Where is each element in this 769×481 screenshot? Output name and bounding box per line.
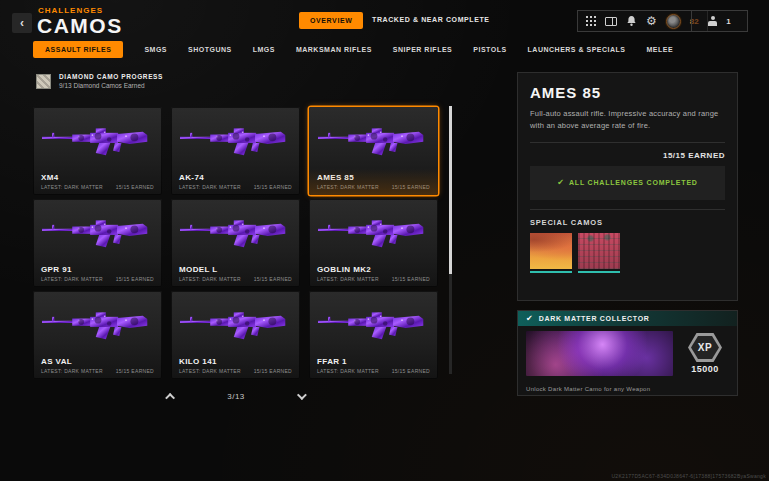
weapon-latest-camo: LATEST: DARK MATTER [179,184,241,190]
collector-title: DARK MATTER COLLECTOR [539,315,650,322]
weapon-name: GPR 91 [41,265,72,274]
weapon-earned-count: 15/15 EARNED [254,184,292,190]
divider [530,142,725,143]
weapon-earned-count: 15/15 EARNED [392,276,430,282]
special-camo-crimson[interactable] [578,233,620,274]
dark-matter-rifle-image [42,298,154,348]
camo-unlocked-bar [578,271,620,274]
grid-scrollbar[interactable] [449,106,452,374]
tab-overview[interactable]: OVERVIEW [299,12,363,29]
weapon-name: AS VAL [41,357,72,366]
weapon-card-gpr91[interactable]: GPR 91 LATEST: DARK MATTER 15/15 EARNED [33,199,162,287]
watermark-id: U2K2177D5AC67-834D0J8647-6[17388]1757368… [611,473,766,479]
special-camo-desert[interactable] [530,233,572,274]
detail-weapon-description: Full-auto assault rifle. Impressive accu… [530,108,725,133]
page-down-chevron-icon[interactable] [297,390,307,400]
tab-shotguns[interactable]: SHOTGUNS [188,46,232,53]
detail-earned-count: 15/15 EARNED [530,151,725,160]
back-icon: ‹ [20,16,24,30]
divider [530,209,725,210]
weapon-name: MODEL L [179,265,218,274]
weapon-earned-count: 15/15 EARNED [116,184,154,190]
tab-tracked-near-complete[interactable]: TRACKED & NEAR COMPLETE [372,16,490,23]
dark-matter-rifle-image [180,114,292,164]
detail-weapon-title: AMES 85 [530,84,725,101]
diamond-camo-progress: DIAMOND CAMO PROGRESS 9/13 Diamond Camos… [36,73,163,89]
settings-gear-icon[interactable]: ⚙ [646,15,657,27]
dark-matter-rifle-image [318,206,430,256]
weapon-latest-camo: LATEST: DARK MATTER [41,368,103,374]
overview-label: OVERVIEW [310,17,352,24]
tab-marksman-rifles[interactable]: MARKSMAN RIFLES [296,46,372,53]
check-icon: ✔ [557,178,564,187]
collector-header: ✔ DARK MATTER COLLECTOR [518,311,737,326]
party-widget[interactable]: 1 [691,10,748,32]
collector-subtitle: Unlock Dark Matter Camo for any Weapon [526,386,650,392]
weapon-card-ak74[interactable]: AK-74 LATEST: DARK MATTER 15/15 EARNED [171,107,300,195]
weapon-name: XM4 [41,173,59,182]
weapon-latest-camo: LATEST: DARK MATTER [317,184,379,190]
progress-title: DIAMOND CAMO PROGRESS [59,73,163,80]
tab-lmgs[interactable]: LMGS [253,46,275,53]
completed-label: ALL CHALLENGES COMPLETED [569,179,698,186]
weapon-name: FFAR 1 [317,357,347,366]
weapon-latest-camo: LATEST: DARK MATTER [317,276,379,282]
weapon-name: KILO 141 [179,357,217,366]
dark-matter-rifle-image [180,298,292,348]
xp-label: XP [698,342,712,353]
weapon-card-ffar-1[interactable]: FFAR 1 LATEST: DARK MATTER 15/15 EARNED [309,291,438,379]
weapon-card-xm4[interactable]: XM4 LATEST: DARK MATTER 15/15 EARNED [33,107,162,195]
weapon-name: AMES 85 [317,173,354,182]
special-camo-swatches [530,233,725,274]
weapon-grid: XM4 LATEST: DARK MATTER 15/15 EARNED AK-… [33,107,438,379]
weapon-card-model-l[interactable]: MODEL L LATEST: DARK MATTER 15/15 EARNED [171,199,300,287]
weapon-card-goblin-mk2[interactable]: GOBLIN MK2 LATEST: DARK MATTER 15/15 EAR… [309,199,438,287]
dark-matter-rifle-image [318,298,430,348]
dark-matter-collector-panel[interactable]: ✔ DARK MATTER COLLECTOR XP 15000 Unlock … [517,310,738,396]
dark-matter-rifle-image [318,114,430,164]
weapon-earned-count: 15/15 EARNED [254,368,292,374]
xp-value: 15000 [691,364,719,374]
tab-pistols[interactable]: PISTOLS [473,46,506,53]
tab-melee[interactable]: MELEE [647,46,674,53]
weapon-latest-camo: LATEST: DARK MATTER [179,368,241,374]
page-title: CAMOS [37,14,123,38]
weapon-latest-camo: LATEST: DARK MATTER [179,276,241,282]
weapon-name: GOBLIN MK2 [317,265,371,274]
camo-unlocked-bar [530,271,572,274]
weapon-earned-count: 15/15 EARNED [392,184,430,190]
page-up-chevron-icon[interactable] [165,392,175,402]
weapon-card-ames85-selected[interactable]: AMES 85 LATEST: DARK MATTER 15/15 EARNED [309,107,438,195]
special-camos-label: SPECIAL CAMOS [530,218,725,227]
camo-swatch-image [530,233,572,269]
notifications-bell-icon[interactable] [626,15,637,27]
weapon-latest-camo: LATEST: DARK MATTER [41,184,103,190]
dark-matter-rifle-image [180,206,292,256]
dark-matter-rifle-image [42,206,154,256]
collector-body: XP 15000 [518,326,737,376]
weapon-name: AK-74 [179,173,204,182]
weapon-latest-camo: LATEST: DARK MATTER [41,276,103,282]
diamond-camo-icon [36,74,51,89]
camo-swatch-image [578,233,620,269]
after-action-report-icon[interactable] [605,17,617,26]
party-count: 1 [726,17,730,26]
page-indicator: 3/13 [227,392,245,401]
xp-reward: XP 15000 [681,331,729,376]
grid-scrollbar-thumb[interactable] [449,106,452,274]
back-button[interactable]: ‹ [12,13,32,33]
tab-smgs[interactable]: SMGS [144,46,167,53]
weapon-earned-count: 15/15 EARNED [116,276,154,282]
menu-grid-icon[interactable] [586,16,596,26]
tab-sniper-rifles[interactable]: SNIPER RIFLES [393,46,452,53]
weapon-earned-count: 15/15 EARNED [116,368,154,374]
tab-launchers-specials[interactable]: LAUNCHERS & SPECIALS [528,46,626,53]
weapon-card-as-val[interactable]: AS VAL LATEST: DARK MATTER 15/15 EARNED [33,291,162,379]
player-avatar[interactable] [666,14,681,29]
dark-matter-rifle-image [42,114,154,164]
weapon-card-kilo-141[interactable]: KILO 141 LATEST: DARK MATTER 15/15 EARNE… [171,291,300,379]
dark-matter-artwork [526,331,673,376]
weapon-latest-camo: LATEST: DARK MATTER [317,368,379,374]
grid-pager: 3/13 [168,388,304,404]
tab-assault-rifles[interactable]: ASSAULT RIFLES [33,41,123,58]
